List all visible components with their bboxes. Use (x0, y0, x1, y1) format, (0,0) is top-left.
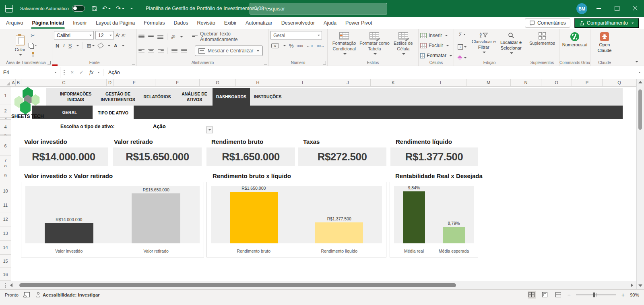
alignment-dialog-launcher[interactable] (264, 61, 267, 64)
nav-tab-analise-de-ativos[interactable]: ANÁLISE DE ATIVOS (176, 88, 213, 106)
format-cells-button[interactable]: Formatar (420, 52, 452, 60)
column-header[interactable]: A (11, 79, 16, 86)
cancel-entry-icon[interactable]: × (71, 69, 74, 75)
normal-view-button[interactable] (528, 291, 536, 299)
maximize-button[interactable] (608, 0, 626, 17)
orientation-chevron-icon[interactable] (180, 36, 183, 37)
zoom-slider-thumb[interactable] (593, 293, 595, 297)
font-color-icon[interactable]: A (114, 44, 117, 48)
column-header[interactable]: O (541, 79, 572, 86)
cell-styles-button[interactable]: Estilos de Célula (390, 32, 417, 55)
font-size-select[interactable]: 12 (95, 31, 114, 39)
column-header[interactable]: K (371, 79, 416, 86)
autosave-toggle[interactable] (72, 5, 85, 12)
tab-inserir[interactable]: Inserir (68, 17, 91, 29)
delete-cells-button[interactable]: Excluir (420, 41, 452, 50)
column-header[interactable]: D (107, 79, 114, 86)
decrease-font-icon[interactable]: Aˇ (122, 33, 126, 38)
row-header[interactable]: 10 (0, 184, 11, 198)
insert-cells-button[interactable]: Inserir (420, 31, 452, 39)
currency-icon[interactable]: $ (271, 43, 279, 48)
chart-rentabilidade-real-x-desejada[interactable]: 9,84% 8,79% Média realMédia esperada (390, 182, 478, 257)
tab-layout-da-pagina[interactable]: Layout da Página (91, 17, 139, 29)
tab-arquivo[interactable]: Arquivo (2, 17, 27, 29)
tab-pagina-inicial[interactable]: Página Inicial (27, 17, 68, 29)
align-middle-icon[interactable] (148, 34, 154, 39)
share-button[interactable]: Compartilhamento (574, 18, 639, 28)
number-dialog-launcher[interactable] (323, 61, 326, 64)
column-header[interactable]: M (466, 79, 511, 86)
column-header[interactable]: F (155, 79, 200, 86)
nav-tab-dashboards[interactable]: DASHBOARDS (213, 88, 250, 106)
underline-button[interactable]: S (68, 43, 72, 49)
align-right-icon[interactable] (158, 48, 164, 53)
decrease-indent-icon[interactable] (171, 48, 178, 53)
column-header[interactable]: C (21, 79, 107, 86)
subnav-tab-geral[interactable]: GERAL (56, 106, 83, 119)
cut-icon[interactable]: ✂ (29, 33, 37, 39)
column-header[interactable]: L (416, 79, 466, 86)
page-layout-view-button[interactable] (541, 291, 549, 299)
align-center-icon[interactable] (148, 48, 154, 53)
avatar[interactable]: BM (576, 3, 587, 14)
row-header[interactable]: 4 (0, 120, 11, 135)
sort-filter-button[interactable]: AZ Classificar e Filtrar (471, 31, 496, 60)
align-left-icon[interactable] (138, 48, 144, 53)
increase-font-icon[interactable]: Aˆ (116, 32, 120, 38)
nav-tab-instrucoes[interactable]: INSTRUÇÕES (250, 88, 285, 106)
nav-tab-informacoes-iniciais[interactable]: INFORMAÇÕES INICIAIS (54, 88, 98, 106)
close-button[interactable] (626, 0, 644, 17)
conditional-formatting-button[interactable]: Formatação Condicional (329, 32, 359, 55)
addins-button[interactable]: Suplementos (529, 32, 555, 60)
tab-desenvolvedor[interactable]: Desenvolvedor (277, 17, 319, 29)
comments-button[interactable]: Comentários (525, 18, 570, 28)
row-header[interactable]: 6 (0, 136, 11, 156)
formula-chevron-icon[interactable] (97, 72, 100, 73)
row-header[interactable]: 11 (0, 198, 11, 212)
scroll-down-icon[interactable] (638, 284, 642, 287)
find-select-button[interactable]: Localizar e Selecionar (499, 31, 523, 60)
column-header[interactable]: H (236, 79, 280, 86)
column-header[interactable]: P (572, 79, 603, 86)
increase-decimal-icon[interactable]: ←.0 (306, 44, 313, 48)
zoom-out-button[interactable]: − (568, 292, 571, 298)
formula-bar-grip[interactable] (64, 70, 65, 75)
autosum-button[interactable]: Σ (456, 31, 469, 37)
wrap-text-button[interactable]: Quebrar Texto Automaticamente (192, 31, 267, 42)
fill-color-icon[interactable] (98, 44, 103, 48)
borders-icon[interactable]: ⊞ (87, 43, 95, 49)
tab-formulas[interactable]: Fórmulas (139, 17, 169, 29)
format-painter-icon[interactable] (29, 52, 37, 57)
column-header[interactable]: E (114, 79, 155, 86)
nav-tab-gestao-de-investimentos[interactable]: GESTÃO DE INVESTIMENTOS (98, 88, 138, 106)
align-top-icon[interactable] (138, 34, 144, 39)
font-family-select[interactable]: Calibri (54, 31, 94, 39)
formula-input[interactable]: Ação (108, 70, 120, 75)
horizontal-scroll-thumb[interactable] (19, 283, 456, 287)
confirm-entry-icon[interactable]: ✓ (79, 69, 84, 75)
expand-formula-bar-icon[interactable] (638, 72, 641, 73)
open-claude-button[interactable]: Open Claude (592, 32, 617, 60)
clipboard-dialog-launcher[interactable] (47, 61, 51, 64)
row-header[interactable]: 2 (0, 104, 11, 118)
macro-record-icon[interactable] (24, 292, 30, 297)
format-as-table-button[interactable]: Formatar como Tabela (359, 32, 390, 55)
fill-color-chevron-icon[interactable] (108, 45, 110, 46)
insert-function-icon[interactable]: fx (89, 69, 93, 76)
scroll-right-icon[interactable] (631, 283, 633, 287)
row-header[interactable]: 1 (0, 87, 11, 104)
thousands-icon[interactable]: 000 (297, 44, 303, 48)
font-dialog-launcher[interactable] (132, 61, 135, 64)
number-format-select[interactable]: Geral (270, 31, 322, 39)
tab-ajuda[interactable]: Ajuda (319, 17, 341, 29)
row-header[interactable]: 13 (0, 226, 11, 241)
minimize-button[interactable] (590, 0, 608, 17)
row-header[interactable]: 16 (0, 268, 11, 281)
vertical-scroll-thumb[interactable] (638, 89, 642, 130)
zoom-slider[interactable] (576, 295, 616, 295)
align-bottom-icon[interactable] (157, 34, 163, 39)
row-header[interactable]: 12 (0, 212, 11, 226)
tab-exibir[interactable]: Exibir (220, 17, 241, 29)
save-icon[interactable] (91, 6, 97, 12)
row-header[interactable]: 14 (0, 241, 11, 255)
